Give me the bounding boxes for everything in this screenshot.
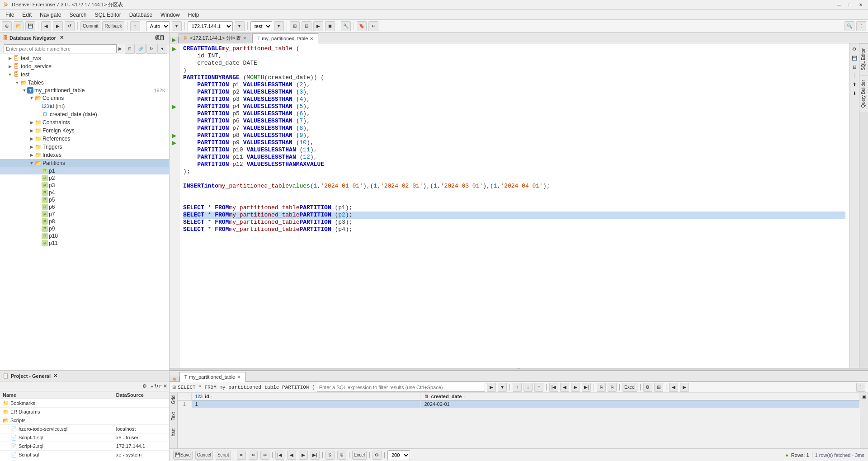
nav-link-button[interactable]: 🔗	[136, 44, 146, 54]
tree-item-p8[interactable]: P p8	[0, 218, 169, 225]
run-query-button[interactable]: ▶	[170, 37, 179, 43]
export-excel-button[interactable]: Excel	[623, 383, 637, 392]
prev-button[interactable]: ◀	[41, 21, 51, 31]
tree-item-triggers[interactable]: ▶ 📁 Triggers	[0, 143, 169, 151]
minimize-button[interactable]: —	[835, 1, 843, 9]
col-header-id[interactable]: 123 id ↕	[191, 393, 420, 400]
grid-view-label[interactable]: Grid	[170, 394, 177, 406]
excel-button[interactable]: Excel	[352, 451, 367, 460]
tree-item-indexes[interactable]: ▶ 📁 Indexes	[0, 151, 169, 159]
tree-item-columns[interactable]: ▼ 📂 Columns	[0, 94, 169, 102]
search-arrow-button[interactable]: ▶	[118, 46, 122, 51]
settings-icon[interactable]: ⚙	[851, 45, 858, 52]
menu-file[interactable]: File	[2, 11, 18, 19]
paste-row-button[interactable]: ⎗	[337, 451, 346, 460]
db-nav-close-icon[interactable]: ✕	[60, 35, 64, 41]
maximize-button[interactable]: □	[846, 1, 854, 9]
search-toolbar-button[interactable]: 🔍	[844, 21, 854, 31]
limit-select[interactable]: 200	[387, 450, 410, 460]
proj-row-script[interactable]: 📄Script.sql xe - system	[0, 451, 169, 459]
tree-item-p3[interactable]: P p3	[0, 182, 169, 189]
next-button[interactable]: ▶	[53, 21, 63, 31]
sql-filter-input[interactable]	[317, 383, 485, 392]
results-run-button[interactable]: ⊕	[170, 376, 179, 381]
save-results-icon[interactable]: 💾	[851, 54, 858, 61]
projects-tab[interactable]: 项目	[155, 34, 165, 41]
menu-navigate[interactable]: Navigate	[36, 11, 65, 19]
tree-item-col-id[interactable]: 123 id (int)	[0, 102, 169, 110]
project-refresh-icon[interactable]: ↻	[154, 383, 158, 389]
bookmark-button[interactable]: 🔖	[357, 21, 367, 31]
new-connection-button[interactable]: ⊕	[2, 21, 12, 31]
result-tab-my-partitioned[interactable]: T my_partitioned_table ✕	[179, 372, 245, 382]
run-line-1[interactable]: ▶	[171, 45, 178, 52]
rollback-button[interactable]: Rollback	[102, 21, 124, 31]
commit-button[interactable]: Commit	[80, 21, 100, 31]
editor-side-btn2[interactable]: ⬇	[851, 89, 858, 97]
first-row-button[interactable]: |◀	[275, 451, 284, 460]
last-row-button[interactable]: ▶|	[311, 451, 320, 460]
run-line-4[interactable]: ▶	[171, 139, 178, 146]
tree-item-p2[interactable]: P p2	[0, 174, 169, 182]
proj-row-scripts[interactable]: 📂Scripts	[0, 416, 169, 425]
tab-close-icon[interactable]: ✕	[310, 36, 313, 41]
project-close2-icon[interactable]: ✕	[163, 383, 167, 389]
nav-collapse-button[interactable]: ⊟	[125, 44, 135, 54]
search-input[interactable]	[4, 44, 117, 53]
execute-button[interactable]: ▶	[313, 21, 323, 31]
cell-id[interactable]: 1	[191, 400, 420, 408]
tools-button[interactable]: 🔧	[341, 21, 351, 31]
tree-item-test[interactable]: ▼ 🗄 test	[0, 71, 169, 79]
grid-view-button[interactable]: ⊞	[290, 21, 300, 31]
run-line-2[interactable]: ▶	[171, 103, 178, 110]
grid-settings-button[interactable]: ⚙	[643, 383, 652, 392]
menu-sql-editor[interactable]: SQL Editor	[91, 11, 124, 19]
nav-filter-button[interactable]: ▼	[157, 44, 167, 54]
grid-settings2-button[interactable]: ⊞	[654, 383, 663, 392]
copy-row-button[interactable]: ⎘	[326, 451, 335, 460]
sql-editor-label[interactable]: SQL Editor	[859, 43, 868, 75]
expand-button[interactable]: ↕	[130, 21, 140, 31]
group-button[interactable]: ≡	[534, 383, 543, 392]
menu-help[interactable]: Help	[184, 11, 203, 19]
panels-button[interactable]: ▣	[861, 394, 868, 400]
close-button[interactable]: ✕	[857, 1, 864, 9]
paste-button[interactable]: ⎗	[608, 383, 617, 392]
proj-row-script2[interactable]: 📄Script-2.sql 172.17.144.1	[0, 442, 169, 451]
filter-button[interactable]: ⊟	[302, 21, 311, 31]
connect-button[interactable]: ▾	[235, 21, 245, 31]
align-left-button[interactable]: ↞	[237, 451, 246, 460]
text-view-label[interactable]: Text	[170, 410, 177, 422]
left-nav-button[interactable]: ◀	[669, 383, 678, 392]
tree-item-partitions[interactable]: ▼ 📂 Partitions	[0, 159, 169, 167]
tree-item-p4[interactable]: P p4	[0, 189, 169, 196]
open-file-button[interactable]: 📂	[14, 21, 24, 31]
query-builder-label[interactable]: Query Builder	[859, 75, 868, 112]
tree-item-tables[interactable]: ▼ 📂 Tables	[0, 79, 169, 87]
sql-editor-content[interactable]: CREATE TABLE my_partitioned_table ( id I…	[179, 43, 849, 368]
connection-select[interactable]: 172.17.144.1	[188, 21, 233, 31]
tab-close-icon[interactable]: ✕	[243, 36, 246, 41]
sort-asc-button[interactable]: ↑	[513, 383, 522, 392]
save-button[interactable]: 💾	[25, 21, 35, 31]
next-page-button[interactable]: ▶	[571, 383, 580, 392]
menu-edit[interactable]: Edit	[19, 11, 35, 19]
stop-button[interactable]: ⏹	[325, 21, 335, 31]
proj-row-partition-sql[interactable]: 📄分区表.sql 172.17.144.1	[0, 459, 169, 461]
next-row-button[interactable]: ▶	[299, 451, 308, 460]
proj-row-er-diagrams[interactable]: 📁ER Diagrams	[0, 408, 169, 416]
script-button[interactable]: Script	[216, 451, 231, 460]
align-center-button[interactable]: ⇐	[249, 451, 258, 460]
last-button[interactable]: ▶|	[582, 383, 591, 392]
tree-item-references[interactable]: ▶ 📁 References	[0, 135, 169, 143]
project-close-icon[interactable]: ✕	[53, 373, 57, 379]
project-minimize-icon[interactable]: □	[159, 384, 162, 389]
prev-row-button[interactable]: ◀	[287, 451, 296, 460]
tree-item-p6[interactable]: P p6	[0, 203, 169, 211]
proj-row-bookmarks[interactable]: 📁Bookmarks	[0, 399, 169, 408]
project-plus-icon[interactable]: +	[151, 384, 153, 389]
nav-sync-button[interactable]: ↻	[146, 44, 156, 54]
back-nav-button[interactable]: ↩	[368, 21, 378, 31]
menu-database[interactable]: Database	[126, 11, 156, 19]
tree-item-p5[interactable]: P p5	[0, 196, 169, 203]
